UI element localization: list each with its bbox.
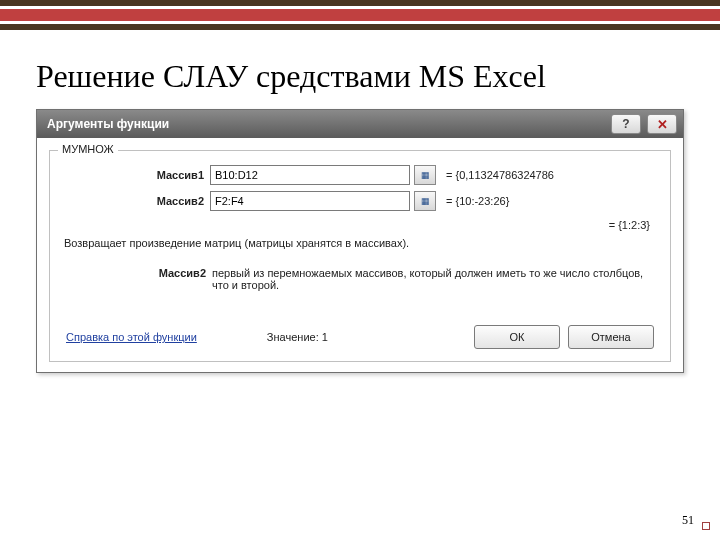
- slide-decor-icon: [702, 522, 710, 530]
- arg1-ref-button[interactable]: ▦: [414, 165, 436, 185]
- close-icon: ✕: [657, 117, 668, 132]
- arg-row-1: Массив1 ▦ = {0,11324786324786: [60, 165, 660, 185]
- arg1-result: = {0,11324786324786: [446, 169, 554, 181]
- function-fieldset: МУМНОЖ Массив1 ▦ = {0,11324786324786 Мас…: [49, 150, 671, 362]
- collapse-dialog-icon: ▦: [421, 171, 430, 180]
- arg-help-label: Массив2: [66, 267, 212, 291]
- ok-button[interactable]: ОК: [474, 325, 560, 349]
- arg2-input[interactable]: [210, 191, 410, 211]
- function-name-legend: МУМНОЖ: [58, 143, 118, 155]
- function-help-link[interactable]: Справка по этой функции: [66, 331, 197, 343]
- dialog-titlebar: Аргументы функции ? ✕: [37, 110, 683, 138]
- arg2-ref-button[interactable]: ▦: [414, 191, 436, 211]
- top-bands: [0, 0, 720, 30]
- function-description: Возвращает произведение матриц (матрицы …: [64, 237, 656, 249]
- arg-help-text: первый из перемножаемых массивов, которы…: [212, 267, 654, 291]
- arg1-input[interactable]: [210, 165, 410, 185]
- page-number: 51: [682, 513, 694, 528]
- value-label: Значение: 1: [267, 331, 328, 343]
- close-button[interactable]: ✕: [647, 114, 677, 134]
- dialog-bottom-row: Справка по этой функции Значение: 1 ОК О…: [66, 325, 654, 349]
- formula-result-preview: = {1:2:3}: [60, 219, 650, 231]
- dialog-title: Аргументы функции: [47, 117, 169, 131]
- titlebar-buttons: ? ✕: [611, 114, 677, 134]
- cancel-button[interactable]: Отмена: [568, 325, 654, 349]
- arg-row-2: Массив2 ▦ = {10:-23:26}: [60, 191, 660, 211]
- collapse-dialog-icon: ▦: [421, 197, 430, 206]
- arg2-label: Массив2: [60, 195, 210, 207]
- function-arguments-dialog: Аргументы функции ? ✕ МУМНОЖ Массив1 ▦ =…: [36, 109, 684, 373]
- argument-help: Массив2 первый из перемножаемых массивов…: [66, 267, 654, 291]
- help-button[interactable]: ?: [611, 114, 641, 134]
- arg2-result: = {10:-23:26}: [446, 195, 509, 207]
- page-title: Решение СЛАУ средствами MS Excel: [36, 58, 720, 95]
- question-icon: ?: [622, 117, 629, 131]
- arg1-label: Массив1: [60, 169, 210, 181]
